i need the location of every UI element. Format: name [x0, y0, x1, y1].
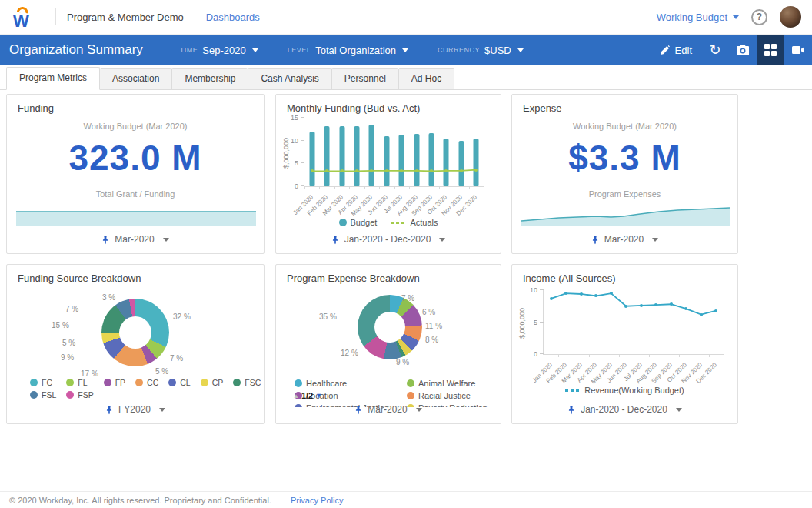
series-point — [624, 305, 627, 308]
chevron-down-icon — [733, 15, 739, 19]
tab-association[interactable]: Association — [100, 68, 171, 89]
y-tick-label: 0 — [295, 182, 298, 190]
slice-label: 15 % — [52, 321, 69, 329]
divider — [281, 496, 281, 505]
refresh-icon: ↻ — [709, 43, 720, 57]
chevron-down-icon — [252, 48, 258, 52]
privacy-policy-link[interactable]: Privacy Policy — [291, 496, 343, 505]
nav-dashboards-link[interactable]: Dashboards — [206, 12, 260, 23]
chevron-down-icon — [676, 408, 682, 412]
legend-label: Actuals — [410, 218, 438, 227]
tab-personnel[interactable]: Personnel — [331, 68, 398, 89]
budget-selector[interactable]: Working Budget — [657, 12, 739, 23]
avatar[interactable] — [780, 6, 801, 28]
video-button[interactable] — [784, 35, 812, 65]
kpi-caption: Program Expenses — [512, 189, 737, 199]
toolbar-filter-currency[interactable]: CURRENCY$USD — [438, 45, 524, 56]
edit-button[interactable]: Edit — [651, 35, 701, 65]
help-icon[interactable]: ? — [751, 9, 767, 25]
divider — [195, 8, 195, 25]
legend-revenue-working-budget-: Revenue(Working Budget) — [565, 386, 684, 395]
x-tick — [619, 354, 620, 357]
tab-cash-analysis[interactable]: Cash Analysis — [248, 68, 331, 89]
workday-logo-icon[interactable]: W — [11, 5, 34, 29]
grid-view-button[interactable] — [757, 35, 784, 65]
legend-dot-swatch — [407, 379, 414, 387]
legend-actuals: Actuals — [391, 218, 438, 227]
chart-legend: Revenue(Working Budget) — [512, 386, 737, 395]
legend-label: CC — [147, 378, 158, 387]
card-funding: Funding Working Budget (Mar 2020) 323.0 … — [6, 94, 265, 254]
legend-dot-swatch — [66, 379, 74, 386]
y-tick-label: 15 — [291, 114, 298, 122]
x-tick — [694, 354, 694, 357]
chevron-down-icon — [163, 238, 169, 242]
chevron-down-icon — [416, 408, 422, 412]
y-tick-label: 5 — [534, 319, 537, 326]
chart-legend: BudgetActuals — [276, 218, 501, 227]
dashboard-toolbar: Organization Summary TIMESep-2020LEVELTo… — [0, 35, 812, 65]
series-point — [714, 309, 717, 312]
toolbar-filter-level[interactable]: LEVELTotal Organization — [288, 45, 408, 56]
kpi-subtitle: Working Budget (Mar 2020) — [7, 122, 264, 131]
kpi-caption: Total Grant / Funding — [7, 189, 264, 199]
period-selector[interactable]: FY2020 — [7, 404, 264, 415]
series-point — [654, 303, 657, 306]
slice-label: 6 % — [422, 308, 435, 316]
legend-label: Racial Justice — [418, 391, 471, 400]
y-tick-label: 10 — [530, 286, 537, 294]
legend-cp: CP — [201, 378, 224, 387]
pager-down-icon[interactable]: ▼ — [315, 392, 322, 399]
slice-label: 5 % — [62, 339, 75, 347]
y-tick-label: 5 — [295, 159, 298, 167]
series-point — [325, 169, 328, 172]
x-tick — [544, 354, 544, 357]
legend-label: Animal Welfare — [418, 379, 475, 388]
donut-ring — [358, 295, 422, 359]
legend-label: FSP — [78, 390, 93, 399]
period-selector[interactable]: Jan-2020 - Dec-2020 — [512, 404, 737, 415]
period-selector[interactable]: Mar-2020 — [7, 234, 264, 245]
legend-line-swatch — [391, 222, 406, 224]
series-point — [341, 169, 344, 172]
donut-hole — [119, 316, 151, 349]
legend-fc: FC — [30, 378, 56, 387]
period-label: Mar-2020 — [368, 404, 407, 415]
legend-dot-swatch — [104, 379, 111, 386]
period-selector[interactable]: Mar-2020 — [276, 404, 501, 415]
x-tick — [319, 186, 320, 189]
legend-dot-swatch — [66, 391, 74, 399]
legend-label: FL — [78, 378, 87, 387]
legend-budget: Budget — [339, 218, 378, 227]
logo-letter: W — [13, 12, 29, 32]
tab-membership[interactable]: Membership — [171, 68, 248, 89]
toolbar-filter-time[interactable]: TIMESep-2020 — [180, 45, 258, 56]
page-title: Organization Summary — [9, 42, 143, 58]
period-selector[interactable]: Mar-2020 — [512, 234, 737, 245]
screenshot-button[interactable] — [729, 35, 757, 65]
filter-value: Sep-2020 — [202, 45, 245, 56]
tab-ad-hoc[interactable]: Ad Hoc — [398, 68, 454, 89]
series-point — [355, 169, 358, 172]
slice-label: 35 % — [319, 312, 337, 321]
series-point — [580, 292, 583, 296]
pin-icon — [102, 235, 109, 245]
pin-icon — [591, 235, 599, 245]
donut-hole — [374, 312, 405, 343]
tab-program-metrics[interactable]: Program Metrics — [6, 67, 100, 90]
chevron-down-icon — [652, 238, 658, 242]
refresh-button[interactable]: ↻ — [701, 35, 729, 65]
x-tick — [394, 186, 395, 189]
pager-up-icon[interactable]: ▲ — [293, 393, 299, 399]
legend-line-swatch — [565, 389, 581, 392]
period-selector[interactable]: Jan-2020 - Dec-2020 — [276, 234, 501, 245]
y-tick-label: 0 — [534, 350, 537, 358]
legend-dot-swatch — [201, 379, 208, 386]
slice-label: 9 % — [61, 353, 74, 362]
series-point — [430, 169, 433, 172]
chevron-down-icon — [439, 238, 445, 242]
legend-animal-welfare: Animal Welfare — [407, 377, 494, 389]
edit-button-label: Edit — [675, 45, 692, 56]
slice-label: 7 % — [65, 305, 78, 313]
slice-label: 5 % — [155, 367, 168, 376]
